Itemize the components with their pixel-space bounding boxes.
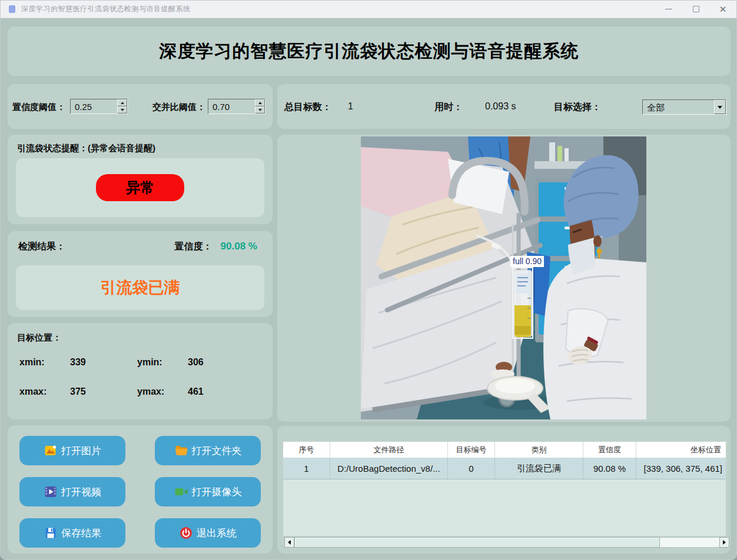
confidence-threshold-value[interactable]: 0.25	[71, 99, 117, 114]
total-targets-label: 总目标数：	[284, 101, 331, 114]
coordinates-grid: xmin: 339 ymin: 306 xmax: 375 ymax: 461	[19, 357, 255, 397]
arrow-up-icon	[121, 100, 124, 104]
table-header: 序号 文件路径 目标编号 类别 置信度 坐标位置	[283, 442, 726, 458]
result-value: 引流袋已满	[101, 277, 180, 298]
patient-photo: full 0.90	[361, 136, 646, 419]
scroll-right-button[interactable]	[719, 537, 729, 548]
bag-status-title: 引流袋状态提醒：(异常会语音提醒)	[17, 143, 155, 154]
confidence-value: 90.08 %	[221, 241, 257, 252]
image-icon	[44, 444, 58, 458]
iou-threshold-label: 交并比阈值：	[152, 102, 205, 113]
spin-down-button[interactable]	[255, 106, 265, 114]
scrollbar-track[interactable]	[294, 537, 719, 548]
status-badge: 异常	[96, 174, 184, 201]
ymax-value: 461	[188, 386, 255, 397]
power-icon	[179, 526, 193, 540]
target-position-title: 目标位置：	[17, 332, 61, 344]
window-controls: ✕	[655, 1, 736, 18]
xmax-label: xmax:	[19, 386, 70, 397]
button-label: 打开摄像头	[192, 485, 242, 499]
column-header-category: 类别	[495, 442, 583, 458]
result-header: 检测结果： 置信度： 90.08 %	[18, 241, 257, 253]
xmin-value: 339	[70, 357, 137, 368]
ymax-label: ymax:	[137, 386, 188, 397]
threshold-panel: 置信度阈值： 0.25 交并比阈值： 0.70	[8, 84, 273, 129]
confidence-threshold-label: 置信度阈值：	[12, 102, 65, 113]
titlebar: 深度学习的智慧医疗引流袋状态检测与语音提醒系统 ✕	[1, 1, 736, 18]
scroll-left-button[interactable]	[284, 537, 294, 548]
cell-coords: [339, 306, 375, 461]	[636, 458, 726, 479]
xmin-label: xmin:	[19, 357, 70, 368]
target-select-value: 全部	[643, 100, 714, 114]
spin-up-button[interactable]	[255, 99, 265, 106]
detection-label: full 0.90	[510, 256, 544, 267]
close-button[interactable]: ✕	[709, 1, 736, 18]
arrow-left-icon	[285, 540, 291, 545]
detection-bbox: full 0.90	[512, 267, 533, 339]
video-icon	[44, 485, 58, 499]
photo-illustration	[361, 136, 646, 419]
ymin-value: 306	[188, 357, 255, 368]
close-icon: ✕	[719, 5, 727, 14]
horizontal-scrollbar[interactable]	[284, 537, 729, 548]
button-label: 退出系统	[197, 526, 237, 540]
column-header-seq: 序号	[283, 442, 330, 458]
results-table: 序号 文件路径 目标编号 类别 置信度 坐标位置 1 D:/UroBagDete…	[283, 442, 726, 536]
open-image-button[interactable]: 打开图片	[19, 436, 125, 465]
elapsed-time-label: 用时：	[434, 101, 463, 114]
arrow-right-icon	[723, 540, 728, 545]
exit-system-button[interactable]: 退出系统	[155, 518, 261, 548]
confidence-threshold-spinbox[interactable]: 0.25	[70, 99, 128, 114]
column-header-path: 文件路径	[330, 442, 448, 458]
minimize-button[interactable]	[655, 1, 682, 18]
folder-icon	[174, 444, 188, 458]
bag-status-display: 异常	[16, 158, 264, 217]
window-title: 深度学习的智慧医疗引流袋状态检测与语音提醒系统	[21, 4, 191, 14]
page-title: 深度学习的智慧医疗引流袋状态检测与语音提醒系统	[160, 39, 579, 64]
button-label: 打开文件夹	[192, 444, 242, 458]
confidence-group: 置信度： 90.08 %	[175, 241, 257, 253]
save-results-button[interactable]: 保存结果	[19, 518, 125, 548]
iou-threshold-spinbox[interactable]: 0.70	[208, 99, 265, 114]
open-video-button[interactable]: 打开视频	[19, 477, 125, 506]
table-row[interactable]: 1 D:/UroBagDetection_v8/... 0 引流袋已满 90.0…	[283, 458, 726, 479]
ymin-label: ymin:	[137, 357, 188, 368]
elapsed-time-value: 0.093 s	[485, 101, 516, 112]
arrow-down-icon	[121, 109, 124, 113]
app-icon	[9, 5, 15, 13]
results-table-panel: 序号 文件路径 目标编号 类别 置信度 坐标位置 1 D:/UroBagDete…	[277, 426, 731, 554]
target-position-panel: 目标位置： xmin: 339 ymin: 306 xmax: 375 ymax…	[8, 323, 273, 419]
minimize-icon	[665, 9, 672, 9]
spin-up-button[interactable]	[117, 99, 127, 106]
open-folder-button[interactable]: 打开文件夹	[155, 436, 261, 465]
stats-panel: 总目标数： 1 用时： 0.093 s 目标选择： 全部	[277, 84, 731, 129]
save-icon	[44, 526, 58, 540]
open-camera-button[interactable]: 打开摄像头	[155, 477, 261, 506]
column-header-target-id: 目标编号	[448, 442, 495, 458]
confidence-spin-buttons	[117, 99, 127, 114]
column-header-coords: 坐标位置	[636, 442, 726, 458]
cell-seq: 1	[283, 458, 330, 479]
button-label: 保存结果	[61, 526, 101, 540]
button-label: 打开视频	[61, 485, 101, 499]
spin-down-button[interactable]	[117, 106, 127, 114]
result-label: 检测结果：	[18, 241, 65, 253]
bag-status-panel: 引流袋状态提醒：(异常会语音提醒) 异常	[8, 135, 273, 224]
maximize-icon	[693, 6, 699, 12]
chevron-down-icon	[718, 106, 722, 111]
target-select-dropdown[interactable]: 全部	[642, 99, 726, 115]
confidence-label: 置信度：	[175, 241, 213, 253]
maximize-button[interactable]	[682, 1, 709, 18]
dropdown-button[interactable]	[714, 100, 726, 114]
header-banner: 深度学习的智慧医疗引流袋状态检测与语音提醒系统	[8, 26, 731, 76]
cell-path: D:/UroBagDetection_v8/...	[330, 458, 448, 479]
total-targets-value: 1	[348, 101, 353, 112]
iou-spin-buttons	[255, 99, 265, 114]
target-select-label: 目标选择：	[554, 101, 601, 114]
scrollbar-thumb[interactable]	[294, 537, 660, 548]
iou-threshold-value[interactable]: 0.70	[208, 99, 255, 114]
image-viewer-panel: full 0.90	[277, 135, 731, 422]
app-window: 深度学习的智慧医疗引流袋状态检测与语音提醒系统 ✕ 深度学习的智慧医疗引流袋状态…	[0, 0, 737, 560]
cell-category: 引流袋已满	[495, 458, 583, 479]
button-label: 打开图片	[61, 444, 101, 458]
